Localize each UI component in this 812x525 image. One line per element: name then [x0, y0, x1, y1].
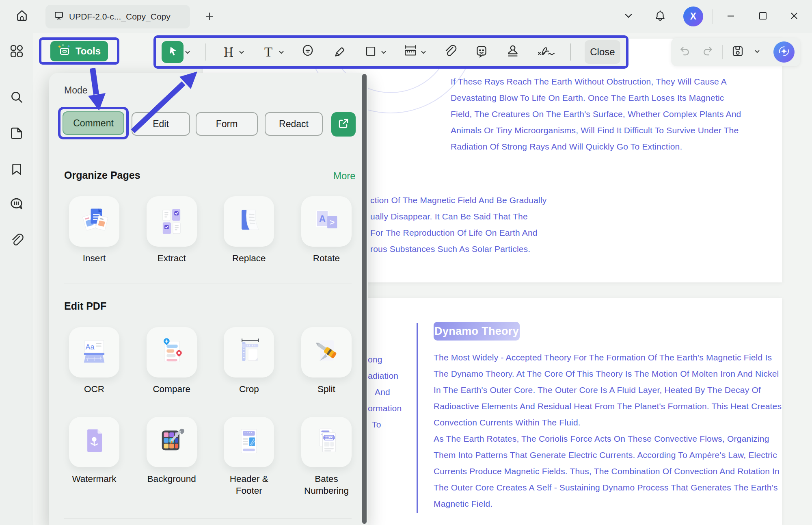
tile-rotate[interactable]: A > Rotate — [294, 196, 358, 264]
collapse-toolbar-button[interactable] — [619, 7, 638, 26]
close-toolbar-button[interactable]: Close — [585, 40, 620, 64]
note-tool-button[interactable] — [299, 43, 317, 61]
doc-line: For The Reproduction Of Life On Earth An… — [370, 225, 546, 241]
undo-button[interactable] — [677, 44, 693, 60]
tools-dropdown-panel: Mode Comment Edit Form Redact Organize P… — [49, 73, 368, 525]
doc-line: Devastating Blow To Life On Earth. Once … — [451, 90, 741, 106]
mode-button-comment[interactable]: Comment — [63, 111, 124, 135]
document-tab[interactable]: UPDF-2.0-c..._Copy_Copy — [45, 5, 190, 28]
measure-tool-button[interactable] — [402, 43, 419, 61]
doc-line: If These Rays Reach The Earth Without Ob… — [451, 74, 741, 90]
sidebar-item-tools[interactable] — [6, 41, 28, 63]
document-paragraph: The Most Widely - Accepted Theory For Th… — [434, 349, 782, 512]
panel-divider — [64, 518, 352, 519]
section-title-edit-pdf: Edit PDF — [64, 300, 106, 312]
select-tool-button[interactable] — [162, 41, 184, 63]
mode-button-form[interactable]: Form — [196, 112, 258, 136]
mode-button-label: Edit — [153, 119, 169, 130]
tile-label: Compare — [141, 383, 202, 395]
chevron-down-icon[interactable] — [238, 43, 246, 61]
tile-label: Watermark — [64, 473, 125, 485]
chevron-down-icon[interactable] — [419, 43, 428, 61]
notifications-button[interactable] — [650, 7, 670, 26]
new-tab-button[interactable] — [201, 9, 218, 25]
tile-ocr[interactable]: Aa OCR — [62, 327, 126, 395]
updf-window: UPDF-2.0-c..._Copy_Copy — [0, 0, 812, 525]
more-link[interactable]: More — [333, 170, 356, 182]
pencil-tool-button[interactable] — [330, 43, 348, 61]
open-in-new-window-button[interactable] — [331, 112, 356, 137]
tools-button[interactable]: Tools — [50, 41, 108, 61]
mode-button-redact[interactable]: Redact — [265, 112, 323, 136]
minimize-button[interactable] — [721, 7, 741, 26]
tile-split[interactable]: Split — [294, 327, 358, 395]
quickbar-divider — [722, 45, 723, 59]
tile-extract[interactable]: Extract — [140, 196, 204, 264]
chevron-down-icon[interactable] — [184, 43, 192, 61]
panel-divider — [64, 284, 352, 284]
panel-scrollbar[interactable] — [362, 74, 367, 524]
maximize-button[interactable] — [753, 7, 773, 26]
doc-line: The Dynamo Theory. At The Core Of This T… — [434, 366, 782, 382]
text-tool-button[interactable]: T — [259, 43, 277, 61]
tile-header-footer[interactable]: Header & Footer — [217, 417, 281, 497]
chevron-down-icon[interactable] — [380, 43, 388, 61]
tile-compare[interactable]: Compare — [140, 327, 204, 395]
close-window-icon — [789, 11, 799, 23]
sidebar-item-search[interactable] — [6, 87, 28, 109]
stamp-icon — [505, 44, 520, 60]
save-options-button[interactable] — [752, 44, 762, 60]
sidebar-item-bookmarks[interactable] — [6, 159, 28, 181]
save-icon — [731, 45, 744, 59]
ai-assistant-icon — [776, 43, 792, 61]
tile-background[interactable]: Background — [140, 417, 204, 497]
insert-pages-icon — [79, 205, 110, 238]
mode-label: Mode — [64, 85, 88, 96]
doc-line: Currents Produce Magnetic Fields. Thus, … — [434, 463, 782, 479]
cursor-icon — [166, 45, 179, 59]
tile-label: Rotate — [296, 252, 357, 264]
doc-line: Convection Currents Within The Fluid. — [434, 414, 782, 431]
tile-bates-numbering[interactable]: 000123 Bates Numbering — [294, 417, 358, 497]
chevron-down-icon[interactable] — [277, 43, 285, 61]
highlight-tool-button[interactable]: H — [220, 43, 238, 61]
edit-pdf-grid-row1: Aa OCR — [62, 327, 358, 395]
doc-line: Field, The Creatures On The Earth's Surf… — [451, 106, 741, 122]
doc-line: Animals Or Tiny Microorganisms, Will Fin… — [451, 122, 741, 139]
tools-button-label: Tools — [76, 46, 101, 57]
mode-button-edit[interactable]: Edit — [132, 112, 190, 136]
sidebar-item-attachments[interactable] — [6, 230, 28, 252]
mode-button-label: Form — [216, 119, 238, 130]
bates-numbering-icon: 000123 — [311, 426, 342, 458]
ai-assistant-button[interactable] — [773, 41, 795, 63]
comment-annotation-box: Comment — [58, 107, 129, 139]
attach-file-tool-button[interactable] — [441, 43, 459, 61]
save-button[interactable] — [730, 44, 746, 60]
tab-title: UPDF-2.0-c..._Copy_Copy — [69, 12, 171, 22]
attachment-icon — [9, 233, 24, 249]
chevron-down-icon — [754, 48, 760, 56]
tile-crop[interactable]: Crop — [217, 327, 281, 395]
avatar[interactable]: X — [683, 7, 703, 26]
document-paragraph: If These Rays Reach The Earth Without Ob… — [451, 74, 741, 155]
tile-watermark[interactable]: Watermark — [62, 417, 126, 497]
shape-tool-button[interactable] — [362, 43, 380, 61]
signature-tool-button[interactable] — [536, 43, 557, 61]
sidebar-item-comments[interactable] — [6, 194, 28, 216]
tile-label: Insert — [64, 252, 125, 264]
tile-replace[interactable]: Replace — [217, 196, 281, 264]
svg-text:H: H — [224, 46, 233, 59]
close-window-button[interactable] — [784, 7, 804, 26]
stamp-tool-button[interactable] — [504, 43, 522, 61]
sticker-tool-button[interactable] — [473, 43, 490, 61]
home-button[interactable] — [11, 5, 33, 28]
tile-insert[interactable]: Insert — [62, 196, 126, 264]
page-thumbnails-icon — [9, 126, 24, 142]
avatar-initial: X — [690, 11, 696, 22]
sidebar-item-pages[interactable] — [6, 123, 28, 145]
section-heading-badge: Dynamo Theory — [434, 322, 520, 341]
doc-line: ction Of The Magnetic Field And Be Gradu… — [370, 192, 546, 208]
redo-button[interactable] — [700, 44, 716, 60]
rectangle-icon — [364, 44, 378, 60]
signature-icon — [537, 44, 555, 60]
